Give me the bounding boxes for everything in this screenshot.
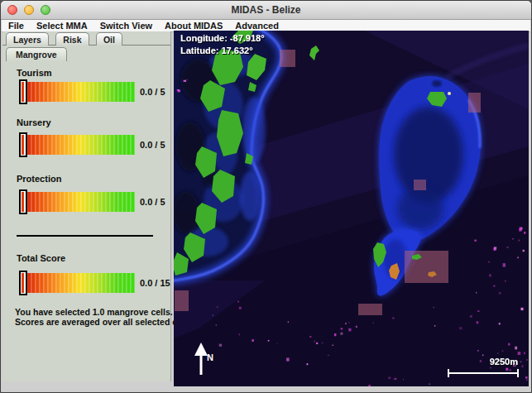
protection-slider-handle[interactable]	[19, 189, 27, 214]
tab-bar: Layers Risk Oil Mangrove	[2, 31, 170, 46]
selection-info-line2: Scores are averaged over all selected ce…	[15, 317, 194, 327]
selection-cell[interactable]	[280, 50, 295, 67]
nursery-slider-handle[interactable]	[19, 132, 27, 157]
selection-cell[interactable]	[175, 290, 189, 311]
protection-value: 0.0 / 5	[140, 197, 165, 207]
app-window: MIDAS - Belize File Select MMA Switch Vi…	[0, 0, 532, 393]
menu-select-mma[interactable]: Select MMA	[36, 21, 88, 31]
total-score-track	[26, 273, 135, 293]
section-divider	[17, 235, 153, 237]
satellite-map[interactable]: Longitude: -87.918° Latitude: 17.632° N …	[174, 31, 529, 386]
window-title: MIDAS - Belize	[1, 4, 531, 16]
nursery-slider-track[interactable]	[26, 135, 135, 155]
nursery-value: 0.0 / 5	[140, 140, 165, 150]
tourism-slider-track[interactable]	[26, 82, 135, 102]
north-arrow-label: N	[207, 352, 213, 362]
selection-cell[interactable]	[405, 251, 448, 283]
tourism-value: 0.0 / 5	[140, 87, 165, 97]
total-score-handle	[19, 271, 27, 295]
tab-risk[interactable]: Risk	[55, 32, 89, 46]
selection-cell[interactable]	[468, 93, 481, 113]
tab-oil[interactable]: Oil	[96, 32, 122, 46]
selection-info-line1: You have selected 1.0 mangrove cells.	[15, 307, 173, 317]
total-score-value: 0.0 / 15	[140, 278, 170, 288]
map-view[interactable]: Longitude: -87.918° Latitude: 17.632° N …	[174, 31, 529, 386]
latitude-readout: Latitude: 17.632°	[180, 46, 253, 55]
menu-advanced[interactable]: Advanced	[235, 21, 279, 31]
mangrove-panel: Layers Risk Oil Mangrove Tourism 0.0 / 5…	[2, 31, 171, 381]
tab-layers[interactable]: Layers	[6, 32, 49, 46]
selection-cell[interactable]	[414, 180, 426, 190]
protection-slider-track[interactable]	[26, 192, 135, 212]
menu-switch-view[interactable]: Switch View	[100, 21, 152, 31]
longitude-readout: Longitude: -87.918°	[180, 33, 265, 43]
menu-about-midas[interactable]: About MIDAS	[165, 21, 223, 31]
scale-label: 9250m	[490, 357, 518, 367]
selection-cell[interactable]	[358, 304, 382, 315]
total-score-label: Total Score	[17, 253, 65, 263]
protection-label: Protection	[17, 174, 61, 184]
tab-mangrove[interactable]: Mangrove	[6, 47, 67, 61]
title-bar[interactable]: MIDAS - Belize	[1, 1, 531, 20]
menu-file[interactable]: File	[8, 21, 24, 31]
tourism-slider-handle[interactable]	[19, 79, 27, 104]
nursery-label: Nursery	[17, 117, 51, 127]
tourism-label: Tourism	[17, 68, 52, 78]
